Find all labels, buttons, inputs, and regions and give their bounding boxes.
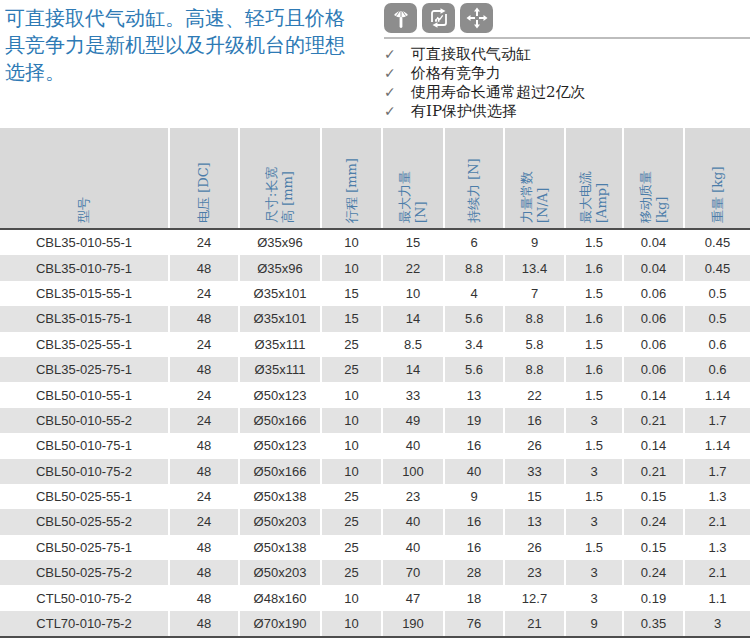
table-cell: 28 — [445, 560, 505, 585]
table-cell: 18 — [445, 585, 505, 610]
table-cell: 1.5 — [566, 535, 624, 560]
table-cell: Ø50x138 — [240, 484, 322, 509]
table-cell: Ø35x101 — [240, 306, 322, 331]
table-cell: 0.45 — [685, 255, 750, 280]
table-cell: 24 — [170, 382, 240, 407]
table-cell: 0.15 — [624, 535, 685, 560]
table-cell: 10 — [322, 459, 383, 484]
table-row: CBL50-025-55-224Ø50x2032540161330.242.1 — [0, 509, 750, 534]
table-cell: 40 — [383, 509, 445, 534]
header-cell-col5: 最大力量 [N] — [383, 128, 445, 228]
table-row: CBL35-015-55-124Ø35x1011510471.50.060.5 — [0, 281, 750, 306]
header-label-strip: 最大力量 [N] — [395, 131, 431, 223]
table-row: CBL35-025-55-124Ø35x111258.53.45.81.50.0… — [0, 332, 750, 357]
check-icon: ✓ — [384, 45, 411, 64]
table-cell: 0.06 — [624, 306, 685, 331]
table-cell: 0.24 — [624, 509, 685, 534]
table-cell: 13 — [445, 382, 505, 407]
table-cell: Ø50x203 — [240, 509, 322, 534]
table-cell: 23 — [383, 484, 445, 509]
spec-table: 型号电压 [DC]尺寸:长宽 高 [mm]行程 [mm]最大力量 [N]持续力 … — [0, 128, 750, 638]
plunger-icon — [384, 3, 417, 33]
table-cell: 0.5 — [685, 306, 750, 331]
table-cell: 100 — [383, 459, 445, 484]
table-cell: 1.14 — [685, 433, 750, 458]
table-cell: Ø35x101 — [240, 281, 322, 306]
table-row: CBL50-025-75-248Ø50x2032570282330.242.1 — [0, 560, 750, 585]
table-cell: Ø35x96 — [240, 230, 322, 255]
header-cell-col7: 力量常数 [N/A] — [505, 128, 566, 228]
table-cell: 15 — [322, 306, 383, 331]
table-cell: 10 — [322, 611, 383, 636]
table-header-row: 型号电压 [DC]尺寸:长宽 高 [mm]行程 [mm]最大力量 [N]持续力 … — [0, 128, 750, 230]
feature-text: 有IP保护供选择 — [411, 102, 517, 121]
table-cell: 0.24 — [624, 560, 685, 585]
table-cell: 1.3 — [685, 535, 750, 560]
table-cell: 0.5 — [685, 281, 750, 306]
table-cell: 10 — [383, 281, 445, 306]
table-cell: 16 — [505, 408, 566, 433]
table-cell: 70 — [383, 560, 445, 585]
table-cell: 0.6 — [685, 332, 750, 357]
table-cell: 13.4 — [505, 255, 566, 280]
table-cell: 9 — [445, 484, 505, 509]
table-cell: 48 — [170, 459, 240, 484]
table-cell: 19 — [445, 408, 505, 433]
header-label-strip: 移动质量 [kg] — [636, 131, 672, 223]
table-cell: 1.6 — [566, 357, 624, 382]
table-cell: 25 — [322, 509, 383, 534]
table-cell: 3 — [566, 509, 624, 534]
table-cell: 25 — [322, 484, 383, 509]
table-cell: 26 — [505, 433, 566, 458]
table-cell: Ø50x166 — [240, 408, 322, 433]
header-label-strip: 尺寸:长宽 高 [mm] — [262, 131, 298, 223]
feature-list: ✓可直接取代气动缸✓价格有竞争力✓使用寿命长通常超过2亿次✓有IP保护供选择 — [384, 45, 750, 121]
table-cell: 1.6 — [566, 255, 624, 280]
table-cell: 3 — [685, 611, 750, 636]
table-cell: 10 — [322, 230, 383, 255]
table-cell: 48 — [170, 560, 240, 585]
table-cell: 24 — [170, 332, 240, 357]
table-cell: 0.21 — [624, 408, 685, 433]
table-row: CBL50-010-55-124Ø50x123103313221.50.141.… — [0, 382, 750, 407]
table-cell: Ø50x166 — [240, 459, 322, 484]
table-cell: 10 — [322, 585, 383, 610]
header-label-strip: 行程 [mm] — [334, 131, 370, 223]
header-cell-col9: 移动质量 [kg] — [624, 128, 685, 228]
table-cell: 48 — [170, 535, 240, 560]
table-cell: 1.7 — [685, 459, 750, 484]
table-cell: 10 — [322, 382, 383, 407]
cell-model: CBL35-015-75-1 — [0, 306, 170, 331]
cell-model: CTL50-010-75-2 — [0, 585, 170, 610]
table-cell: 33 — [383, 382, 445, 407]
header-cell-col8: 最大电流 [Amp] — [566, 128, 624, 228]
table-cell: 24 — [170, 408, 240, 433]
table-cell: 16 — [445, 535, 505, 560]
table-cell: 0.04 — [624, 230, 685, 255]
table-cell: 7 — [505, 281, 566, 306]
table-row: CBL35-010-75-148Ø35x9610228.813.41.60.04… — [0, 255, 750, 280]
table-cell: 24 — [170, 281, 240, 306]
table-cell: 26 — [505, 535, 566, 560]
table-cell: 0.45 — [685, 230, 750, 255]
table-cell: 12.7 — [505, 585, 566, 610]
table-cell: 24 — [170, 230, 240, 255]
table-row: CBL50-010-75-248Ø50x16610100403330.211.7 — [0, 459, 750, 484]
table-cell: 10 — [322, 255, 383, 280]
feature-text: 可直接取代气动缸 — [411, 45, 531, 64]
table-cell: 14 — [383, 357, 445, 382]
feature-text: 使用寿命长通常超过2亿次 — [411, 83, 586, 102]
cell-model: CBL35-010-75-1 — [0, 255, 170, 280]
table-cell: 14 — [383, 306, 445, 331]
table-cell: 0.19 — [624, 585, 685, 610]
header-cell-col2: 电压 [DC] — [170, 128, 240, 228]
table-row: CBL35-010-55-124Ø35x961015691.50.040.45 — [0, 230, 750, 255]
table-cell: 0.21 — [624, 459, 685, 484]
table-cell: 1.5 — [566, 332, 624, 357]
table-cell: 1.5 — [566, 281, 624, 306]
table-cell: 8.8 — [445, 255, 505, 280]
table-cell: 48 — [170, 255, 240, 280]
feature-item: ✓有IP保护供选择 — [384, 102, 750, 121]
table-cell: 1.5 — [566, 484, 624, 509]
header-label-strip: 力量常数 [N/A] — [517, 131, 553, 223]
